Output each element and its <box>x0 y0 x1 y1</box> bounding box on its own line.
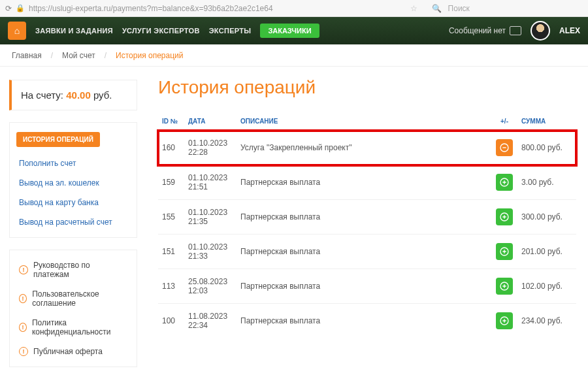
nav-link-experts[interactable]: ЭКСПЕРТЫ <box>209 27 252 35</box>
plus-icon <box>496 278 513 295</box>
address-bar[interactable]: https://uslugi-experta.ru/payments?m=bal… <box>29 4 273 13</box>
breadcrumb-home[interactable]: Главная <box>12 51 42 60</box>
col-date[interactable]: ДАТА <box>184 112 237 131</box>
nav-link-requests[interactable]: ЗАЯВКИ И ЗАДАНИЯ <box>35 27 113 35</box>
cell-date: 01.10.202322:28 <box>184 131 237 165</box>
cell-date: 11.08.202322:34 <box>184 304 237 338</box>
cell-date: 01.10.202321:33 <box>184 235 237 269</box>
cell-sum: 234.00 руб. <box>517 304 576 338</box>
balance-currency: руб. <box>93 90 112 101</box>
col-pm[interactable]: +/- <box>491 112 517 131</box>
table-row[interactable]: 11325.08.202312:03Партнерская выплата102… <box>158 269 576 304</box>
sidebar-link-0[interactable]: Пополнить счет <box>10 154 137 173</box>
bookmark-icon[interactable]: ☆ <box>410 4 417 13</box>
info-icon: ! <box>19 323 27 332</box>
sidebar-active-history[interactable]: ИСТОРИЯ ОПЕРАЦИЙ <box>16 132 100 147</box>
col-id[interactable]: ID № <box>158 112 184 131</box>
cell-desc: Партнерская выплата <box>237 200 491 235</box>
table-row[interactable]: 16001.10.202322:28Услуга "Закрепленный п… <box>158 131 576 165</box>
info-icon: ! <box>19 347 28 356</box>
col-sum[interactable]: СУММА <box>517 112 576 131</box>
page-body: На счету: 40.00 руб. ИСТОРИЯ ОПЕРАЦИЙ По… <box>0 72 588 375</box>
info-icon: ! <box>19 294 27 303</box>
sidebar-operations: ИСТОРИЯ ОПЕРАЦИЙ Пополнить счетВывод на … <box>9 122 137 238</box>
search-input[interactable]: Поиск <box>448 4 470 13</box>
cell-desc: Партнерская выплата <box>237 165 491 200</box>
table-header: ID № ДАТА ОПИСАНИЕ +/- СУММА <box>158 112 576 131</box>
sidebar-doc-label: Пользовательское соглашение <box>32 289 127 308</box>
cell-sign <box>491 200 517 235</box>
cell-desc: Партнерская выплата <box>237 304 491 338</box>
minus-icon <box>496 139 513 156</box>
cell-sign <box>491 269 517 304</box>
cell-sign <box>491 235 517 269</box>
table-row[interactable]: 15101.10.202321:33Партнерская выплата201… <box>158 235 576 269</box>
plus-icon <box>496 208 513 225</box>
breadcrumb-current: История операций <box>116 51 183 60</box>
balance-card: На счету: 40.00 руб. <box>9 80 137 110</box>
avatar[interactable] <box>531 21 550 41</box>
cell-date: 01.10.202321:35 <box>184 200 237 235</box>
plus-icon <box>496 312 513 329</box>
balance-amount: 40.00 <box>66 90 91 101</box>
operations-table: ID № ДАТА ОПИСАНИЕ +/- СУММА 16001.10.20… <box>158 112 576 338</box>
browser-bar: ⟳ 🔒 https://uslugi-experta.ru/payments?m… <box>0 0 588 17</box>
sidebar-link-1[interactable]: Вывод на эл. кошелек <box>10 173 137 193</box>
sidebar-doc-3[interactable]: !Публичная оферта <box>10 342 137 361</box>
sidebar-documents: !Руководство по платежам!Пользовательско… <box>9 250 137 367</box>
main-column: История операций ID № ДАТА ОПИСАНИЕ +/- … <box>146 72 588 375</box>
cell-sum: 300.00 руб. <box>517 200 576 235</box>
cell-id: 155 <box>158 200 184 235</box>
breadcrumb-account[interactable]: Мой счет <box>62 51 95 60</box>
messages-label: Сообщений нет <box>449 26 506 35</box>
sidebar-link-3[interactable]: Вывод на расчетный счет <box>10 212 137 232</box>
cell-sign <box>491 304 517 338</box>
sidebar-link-2[interactable]: Вывод на карту банка <box>10 193 137 212</box>
left-column: На счету: 40.00 руб. ИСТОРИЯ ОПЕРАЦИЙ По… <box>0 72 146 375</box>
table-row[interactable]: 10011.08.202322:34Партнерская выплата234… <box>158 304 576 338</box>
plus-icon <box>496 243 513 260</box>
nav-pill-customers[interactable]: ЗАКАЗЧИКИ <box>260 24 319 38</box>
cell-sum: 800.00 руб. <box>517 131 576 165</box>
cell-sign <box>491 131 517 165</box>
search-icon[interactable]: 🔍 <box>432 4 442 13</box>
cell-date: 25.08.202312:03 <box>184 269 237 304</box>
messages-indicator[interactable]: Сообщений нет <box>449 26 521 35</box>
plus-icon <box>496 174 513 191</box>
envelope-icon <box>510 26 521 35</box>
lock-icon: 🔒 <box>16 4 25 12</box>
col-desc[interactable]: ОПИСАНИЕ <box>237 112 491 131</box>
home-icon: ⌂ <box>14 25 20 36</box>
sidebar-doc-label: Руководство по платежам <box>33 261 127 279</box>
sidebar-doc-label: Публичная оферта <box>33 347 103 356</box>
url-area: ⟳ 🔒 https://uslugi-experta.ru/payments?m… <box>5 4 273 13</box>
cell-sum: 3.00 руб. <box>517 165 576 200</box>
cell-id: 160 <box>158 131 184 165</box>
cell-sign <box>491 165 517 200</box>
sidebar-doc-0[interactable]: !Руководство по платежам <box>10 255 137 284</box>
username-label[interactable]: ALEX <box>559 26 580 35</box>
page-title: История операций <box>158 77 576 98</box>
cell-id: 113 <box>158 269 184 304</box>
cell-id: 100 <box>158 304 184 338</box>
sidebar-doc-2[interactable]: !Политика конфиденциальности <box>10 313 137 342</box>
table-row[interactable]: 15501.10.202321:35Партнерская выплата300… <box>158 200 576 235</box>
cell-id: 151 <box>158 235 184 269</box>
cell-desc: Услуга "Закрепленный проект" <box>237 131 491 165</box>
balance-label: На счету: <box>21 90 63 101</box>
cell-sum: 201.00 руб. <box>517 235 576 269</box>
home-button[interactable]: ⌂ <box>8 22 26 40</box>
sidebar-doc-label: Политика конфиденциальности <box>32 318 127 336</box>
table-row[interactable]: 15901.10.202321:51Партнерская выплата3.0… <box>158 165 576 200</box>
breadcrumb: Главная / Мой счет / История операций <box>0 44 588 67</box>
top-nav: ⌂ ЗАЯВКИ И ЗАДАНИЯ УСЛУГИ ЭКСПЕРТОВ ЭКСП… <box>0 17 588 44</box>
cell-desc: Партнерская выплата <box>237 235 491 269</box>
cell-id: 159 <box>158 165 184 200</box>
sidebar-doc-1[interactable]: !Пользовательское соглашение <box>10 284 137 313</box>
cell-sum: 102.00 руб. <box>517 269 576 304</box>
info-icon: ! <box>19 265 28 274</box>
cell-desc: Партнерская выплата <box>237 269 491 304</box>
reload-icon[interactable]: ⟳ <box>5 4 12 13</box>
nav-link-services[interactable]: УСЛУГИ ЭКСПЕРТОВ <box>122 27 200 35</box>
cell-date: 01.10.202321:51 <box>184 165 237 200</box>
